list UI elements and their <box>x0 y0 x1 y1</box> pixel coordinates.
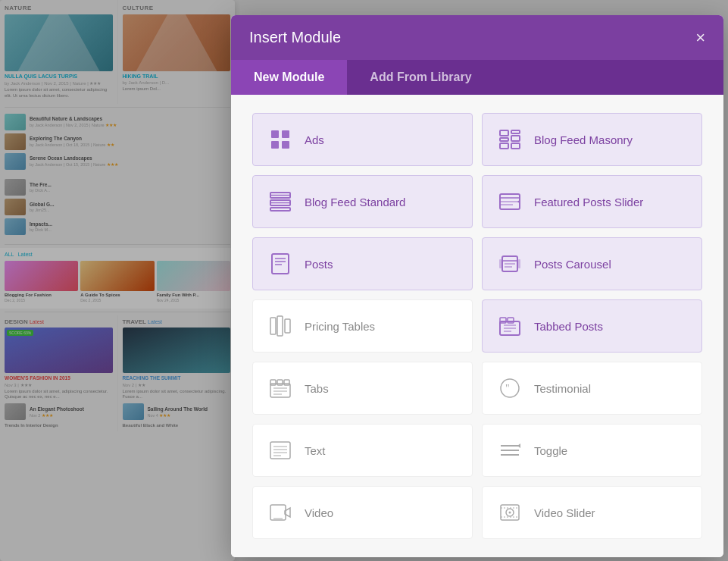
svg-rect-2 <box>271 141 279 149</box>
svg-rect-29 <box>518 259 520 268</box>
posts-icon <box>267 250 294 277</box>
svg-rect-20 <box>272 254 289 274</box>
svg-rect-1 <box>282 130 289 138</box>
testimonial-icon: " <box>496 375 523 402</box>
svg-rect-4 <box>500 130 508 136</box>
svg-rect-32 <box>285 319 290 333</box>
modal-header: Insert Module × <box>231 15 723 60</box>
tab-new-module[interactable]: New Module <box>231 60 347 95</box>
video-icon <box>267 499 294 526</box>
masonry-icon <box>496 126 523 153</box>
svg-rect-42 <box>284 380 289 385</box>
module-blog-feed-masonry[interactable]: Blog Feed Masonry <box>482 113 702 166</box>
posts-carousel-label: Posts Carousel <box>534 258 611 271</box>
modal-body: Ads Blog Feed Masonry <box>231 95 723 557</box>
toggle-label: Toggle <box>534 444 567 457</box>
module-featured-posts-slider[interactable]: Featured Posts Slider <box>482 175 702 228</box>
text-label: Text <box>305 444 326 457</box>
carousel-icon <box>496 250 523 277</box>
blog-feed-masonry-label: Blog Feed Masonry <box>534 133 633 146</box>
module-tabs[interactable]: Tabs <box>252 362 473 415</box>
svg-rect-6 <box>500 138 508 141</box>
svg-marker-56 <box>517 443 520 448</box>
testimonial-label: Testimonial <box>534 382 591 395</box>
tabbed-icon <box>496 312 523 340</box>
list-icon <box>267 188 294 215</box>
pricing-icon <box>267 312 294 340</box>
svg-rect-9 <box>511 143 520 149</box>
svg-rect-0 <box>271 130 279 138</box>
video-slider-label: Video Slider <box>534 506 595 519</box>
svg-rect-30 <box>270 318 276 334</box>
module-ads[interactable]: Ads <box>252 113 473 166</box>
svg-rect-7 <box>511 136 520 141</box>
module-pricing-tables[interactable]: Pricing Tables <box>252 299 473 353</box>
tab-add-from-library[interactable]: Add From Library <box>347 60 494 95</box>
video-label: Video <box>305 506 333 519</box>
grid-icon <box>267 126 294 153</box>
modal-tabs: New Module Add From Library <box>231 60 723 95</box>
svg-point-46 <box>501 379 519 397</box>
module-tabbed-posts[interactable]: Tabbed Posts <box>482 299 702 353</box>
modules-grid: Ads Blog Feed Masonry <box>252 113 702 539</box>
ads-label: Ads <box>305 133 324 146</box>
svg-rect-31 <box>277 316 283 336</box>
module-testimonial[interactable]: " Testimonial <box>482 362 702 415</box>
close-button[interactable]: × <box>695 30 705 46</box>
tabbed-posts-label: Tabbed Posts <box>534 320 603 333</box>
svg-rect-48 <box>270 442 290 459</box>
insert-module-modal: Insert Module × New Module Add From Libr… <box>231 15 723 557</box>
svg-rect-5 <box>511 130 520 133</box>
toggle-icon <box>496 437 523 464</box>
text-icon <box>267 437 294 464</box>
module-posts[interactable]: Posts <box>252 237 473 290</box>
pricing-tables-label: Pricing Tables <box>305 320 375 333</box>
posts-label: Posts <box>305 258 333 271</box>
tabs-label: Tabs <box>305 382 329 395</box>
svg-point-62 <box>509 512 511 514</box>
module-blog-feed-standard[interactable]: Blog Feed Standard <box>252 175 473 228</box>
module-toggle[interactable]: Toggle <box>482 424 702 477</box>
svg-rect-8 <box>500 143 508 149</box>
video-slider-icon <box>496 499 523 526</box>
modal-title: Insert Module <box>249 29 341 46</box>
module-video[interactable]: Video <box>252 486 473 539</box>
svg-text:": " <box>505 383 510 394</box>
module-posts-carousel[interactable]: Posts Carousel <box>482 237 702 290</box>
svg-rect-28 <box>499 259 501 268</box>
slider-icon <box>496 188 523 215</box>
featured-posts-slider-label: Featured Posts Slider <box>534 196 643 208</box>
svg-rect-3 <box>282 141 289 149</box>
tabs-icon <box>267 375 294 402</box>
module-video-slider[interactable]: Video Slider <box>482 486 702 539</box>
svg-rect-14 <box>270 208 290 211</box>
module-text[interactable]: Text <box>252 424 473 477</box>
svg-rect-57 <box>270 505 286 520</box>
blog-feed-standard-label: Blog Feed Standard <box>305 196 405 208</box>
svg-rect-41 <box>277 380 283 385</box>
